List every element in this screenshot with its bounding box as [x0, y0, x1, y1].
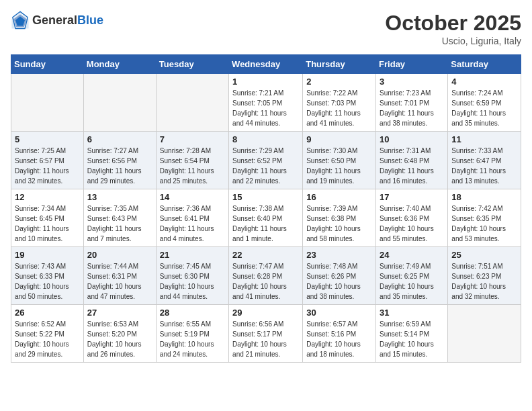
logo-blue: Blue — [77, 13, 103, 27]
table-row: 11Sunrise: 7:33 AM Sunset: 6:47 PM Dayli… — [448, 132, 521, 189]
day-info: Sunrise: 6:53 AM Sunset: 5:20 PM Dayligh… — [87, 319, 152, 359]
table-row: 28Sunrise: 6:55 AM Sunset: 5:19 PM Dayli… — [156, 305, 228, 363]
day-info: Sunrise: 7:22 AM Sunset: 7:03 PM Dayligh… — [306, 88, 372, 128]
day-number: 6 — [87, 134, 152, 144]
table-row — [83, 74, 156, 132]
table-row — [11, 74, 84, 132]
day-info: Sunrise: 7:27 AM Sunset: 6:56 PM Dayligh… — [87, 146, 152, 186]
table-row: 10Sunrise: 7:31 AM Sunset: 6:48 PM Dayli… — [376, 132, 448, 189]
day-info: Sunrise: 6:57 AM Sunset: 5:16 PM Dayligh… — [306, 319, 372, 359]
calendar-table: Sunday Monday Tuesday Wednesday Thursday… — [11, 54, 521, 363]
table-row: 22Sunrise: 7:47 AM Sunset: 6:28 PM Dayli… — [229, 247, 303, 305]
table-row: 8Sunrise: 7:29 AM Sunset: 6:52 PM Daylig… — [229, 132, 303, 189]
col-friday: Friday — [376, 55, 448, 74]
table-row — [448, 305, 521, 363]
table-row: 23Sunrise: 7:48 AM Sunset: 6:26 PM Dayli… — [303, 247, 376, 305]
day-info: Sunrise: 6:56 AM Sunset: 5:17 PM Dayligh… — [232, 319, 299, 359]
table-row: 5Sunrise: 7:25 AM Sunset: 6:57 PM Daylig… — [11, 132, 84, 189]
day-info: Sunrise: 7:24 AM Sunset: 6:59 PM Dayligh… — [451, 88, 517, 128]
table-row: 29Sunrise: 6:56 AM Sunset: 5:17 PM Dayli… — [229, 305, 303, 363]
table-row: 21Sunrise: 7:45 AM Sunset: 6:30 PM Dayli… — [156, 247, 228, 305]
table-row: 15Sunrise: 7:38 AM Sunset: 6:40 PM Dayli… — [229, 189, 303, 247]
table-row: 18Sunrise: 7:42 AM Sunset: 6:35 PM Dayli… — [448, 189, 521, 247]
day-info: Sunrise: 7:40 AM Sunset: 6:36 PM Dayligh… — [380, 203, 444, 244]
table-row: 25Sunrise: 7:51 AM Sunset: 6:23 PM Dayli… — [448, 247, 521, 305]
day-number: 12 — [15, 192, 80, 202]
table-row: 1Sunrise: 7:21 AM Sunset: 7:05 PM Daylig… — [229, 74, 303, 132]
day-number: 26 — [15, 308, 80, 318]
day-number: 9 — [306, 134, 372, 144]
day-info: Sunrise: 7:42 AM Sunset: 6:35 PM Dayligh… — [451, 203, 517, 244]
table-row: 6Sunrise: 7:27 AM Sunset: 6:56 PM Daylig… — [83, 132, 156, 189]
day-info: Sunrise: 7:36 AM Sunset: 6:41 PM Dayligh… — [160, 203, 225, 244]
table-row — [156, 74, 228, 132]
col-thursday: Thursday — [303, 55, 376, 74]
day-number: 17 — [380, 192, 444, 202]
table-row: 27Sunrise: 6:53 AM Sunset: 5:20 PM Dayli… — [83, 305, 156, 363]
day-info: Sunrise: 7:51 AM Sunset: 6:23 PM Dayligh… — [451, 261, 517, 302]
day-info: Sunrise: 7:49 AM Sunset: 6:25 PM Dayligh… — [380, 261, 444, 302]
day-number: 29 — [232, 308, 299, 318]
day-info: Sunrise: 7:43 AM Sunset: 6:33 PM Dayligh… — [15, 261, 80, 302]
day-info: Sunrise: 7:21 AM Sunset: 7:05 PM Dayligh… — [232, 88, 299, 128]
table-row: 26Sunrise: 6:52 AM Sunset: 5:22 PM Dayli… — [11, 305, 84, 363]
logo-text: GeneralBlue — [32, 13, 103, 28]
calendar-week-row: 1Sunrise: 7:21 AM Sunset: 7:05 PM Daylig… — [11, 74, 521, 132]
day-info: Sunrise: 6:52 AM Sunset: 5:22 PM Dayligh… — [15, 319, 80, 359]
day-info: Sunrise: 7:33 AM Sunset: 6:47 PM Dayligh… — [451, 146, 517, 186]
day-number: 11 — [451, 134, 517, 144]
logo: GeneralBlue — [11, 11, 103, 30]
day-number: 23 — [306, 250, 372, 260]
day-info: Sunrise: 7:23 AM Sunset: 7:01 PM Dayligh… — [380, 88, 444, 128]
day-number: 27 — [87, 308, 152, 318]
day-number: 14 — [160, 192, 225, 202]
table-row: 16Sunrise: 7:39 AM Sunset: 6:38 PM Dayli… — [303, 189, 376, 247]
calendar-week-row: 12Sunrise: 7:34 AM Sunset: 6:45 PM Dayli… — [11, 189, 521, 247]
day-number: 30 — [306, 308, 372, 318]
day-info: Sunrise: 7:47 AM Sunset: 6:28 PM Dayligh… — [232, 261, 299, 302]
day-number: 20 — [87, 250, 152, 260]
calendar-week-row: 19Sunrise: 7:43 AM Sunset: 6:33 PM Dayli… — [11, 247, 521, 305]
day-number: 15 — [232, 192, 299, 202]
day-number: 31 — [380, 308, 444, 318]
table-row: 9Sunrise: 7:30 AM Sunset: 6:50 PM Daylig… — [303, 132, 376, 189]
table-row: 31Sunrise: 6:59 AM Sunset: 5:14 PM Dayli… — [376, 305, 448, 363]
table-row: 17Sunrise: 7:40 AM Sunset: 6:36 PM Dayli… — [376, 189, 448, 247]
table-row: 7Sunrise: 7:28 AM Sunset: 6:54 PM Daylig… — [156, 132, 228, 189]
table-row: 20Sunrise: 7:44 AM Sunset: 6:31 PM Dayli… — [83, 247, 156, 305]
month-year: October 2025 — [385, 11, 521, 36]
day-info: Sunrise: 7:29 AM Sunset: 6:52 PM Dayligh… — [232, 146, 299, 186]
day-info: Sunrise: 7:35 AM Sunset: 6:43 PM Dayligh… — [87, 203, 152, 244]
day-number: 3 — [380, 77, 444, 87]
col-sunday: Sunday — [11, 55, 84, 74]
day-info: Sunrise: 7:44 AM Sunset: 6:31 PM Dayligh… — [87, 261, 152, 302]
day-info: Sunrise: 6:55 AM Sunset: 5:19 PM Dayligh… — [160, 319, 225, 359]
day-number: 1 — [232, 77, 299, 87]
day-number: 10 — [380, 134, 444, 144]
table-row: 12Sunrise: 7:34 AM Sunset: 6:45 PM Dayli… — [11, 189, 84, 247]
day-number: 7 — [160, 134, 225, 144]
calendar-week-row: 5Sunrise: 7:25 AM Sunset: 6:57 PM Daylig… — [11, 132, 521, 189]
calendar-week-row: 26Sunrise: 6:52 AM Sunset: 5:22 PM Dayli… — [11, 305, 521, 363]
day-number: 19 — [15, 250, 80, 260]
table-row: 30Sunrise: 6:57 AM Sunset: 5:16 PM Dayli… — [303, 305, 376, 363]
day-info: Sunrise: 7:31 AM Sunset: 6:48 PM Dayligh… — [380, 146, 444, 186]
logo-icon — [11, 11, 30, 30]
day-number: 24 — [380, 250, 444, 260]
location: Uscio, Liguria, Italy — [385, 36, 521, 46]
table-row: 14Sunrise: 7:36 AM Sunset: 6:41 PM Dayli… — [156, 189, 228, 247]
day-info: Sunrise: 7:25 AM Sunset: 6:57 PM Dayligh… — [15, 146, 80, 186]
title-block: October 2025 Uscio, Liguria, Italy — [385, 11, 521, 46]
day-number: 5 — [15, 134, 80, 144]
day-number: 22 — [232, 250, 299, 260]
logo-general: General — [32, 13, 77, 27]
day-info: Sunrise: 7:38 AM Sunset: 6:40 PM Dayligh… — [232, 203, 299, 244]
table-row: 2Sunrise: 7:22 AM Sunset: 7:03 PM Daylig… — [303, 74, 376, 132]
day-info: Sunrise: 6:59 AM Sunset: 5:14 PM Dayligh… — [380, 319, 444, 359]
table-row: 13Sunrise: 7:35 AM Sunset: 6:43 PM Dayli… — [83, 189, 156, 247]
table-row: 24Sunrise: 7:49 AM Sunset: 6:25 PM Dayli… — [376, 247, 448, 305]
day-number: 21 — [160, 250, 225, 260]
page-header: GeneralBlue October 2025 Uscio, Liguria,… — [11, 11, 521, 46]
day-number: 13 — [87, 192, 152, 202]
day-info: Sunrise: 7:34 AM Sunset: 6:45 PM Dayligh… — [15, 203, 80, 244]
